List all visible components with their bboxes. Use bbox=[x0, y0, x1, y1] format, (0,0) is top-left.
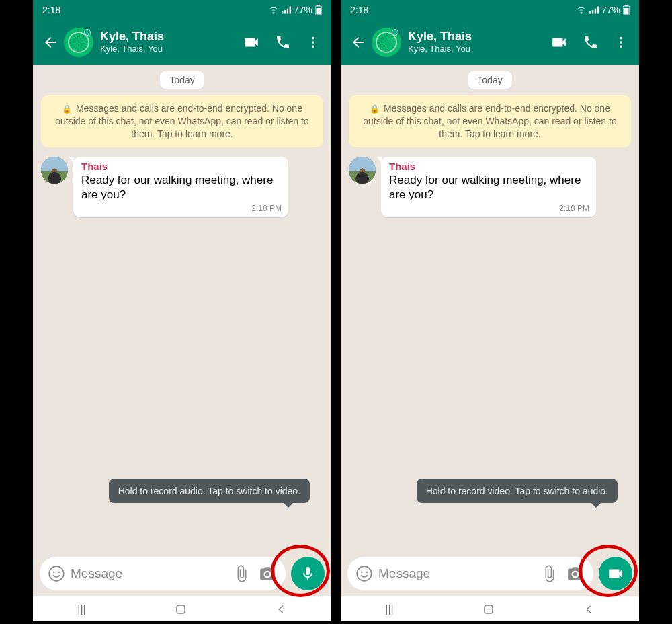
message-text: Ready for our walking meeting, where are… bbox=[389, 173, 589, 202]
status-right: 77% bbox=[268, 5, 322, 15]
battery-icon bbox=[315, 5, 322, 15]
header-title-block[interactable]: Kyle, Thais Kyle, Thais, You bbox=[401, 30, 548, 54]
sender-avatar[interactable] bbox=[41, 157, 68, 184]
nav-back-icon[interactable] bbox=[584, 604, 595, 615]
sender-name: Thais bbox=[81, 161, 282, 172]
chat-subtitle: Kyle, Thais, You bbox=[408, 44, 548, 54]
message-time: 2:18 PM bbox=[81, 204, 282, 213]
svg-point-3 bbox=[312, 37, 314, 40]
signal-icon bbox=[282, 6, 291, 14]
more-menu-icon[interactable] bbox=[614, 35, 628, 50]
camera-icon[interactable] bbox=[255, 565, 280, 582]
record-button[interactable] bbox=[291, 557, 325, 590]
group-avatar[interactable] bbox=[64, 28, 93, 57]
chat-title: Kyle, Thais bbox=[408, 30, 548, 44]
sender-avatar[interactable] bbox=[349, 157, 376, 184]
attach-icon[interactable] bbox=[229, 565, 255, 582]
status-time: 2:18 bbox=[42, 5, 60, 15]
voice-call-icon[interactable] bbox=[275, 34, 291, 50]
record-tooltip: Hold to record video. Tap to switch to a… bbox=[417, 479, 618, 503]
input-bar: Message bbox=[341, 551, 639, 596]
svg-rect-19 bbox=[485, 605, 493, 613]
status-time: 2:18 bbox=[350, 5, 368, 15]
video-call-icon[interactable] bbox=[550, 34, 568, 51]
svg-point-8 bbox=[58, 571, 60, 573]
nav-home-icon[interactable] bbox=[482, 603, 495, 615]
nav-recents-icon[interactable]: ||| bbox=[385, 603, 393, 615]
encryption-text: Messages and calls are end-to-end encryp… bbox=[55, 103, 308, 139]
svg-point-17 bbox=[361, 571, 363, 573]
chat-subtitle: Kyle, Thais, You bbox=[100, 44, 240, 54]
system-nav: ||| bbox=[341, 596, 639, 621]
group-avatar[interactable] bbox=[372, 28, 401, 57]
svg-point-4 bbox=[312, 41, 314, 44]
signal-icon bbox=[589, 6, 599, 14]
voice-call-icon[interactable] bbox=[583, 34, 599, 50]
nav-back-icon[interactable] bbox=[276, 604, 287, 615]
svg-point-15 bbox=[620, 46, 622, 48]
phone-left: 2:18 77% Kyle, Thais Kyle, Thais, You bbox=[33, 0, 331, 621]
svg-point-18 bbox=[366, 571, 368, 573]
message-time: 2:18 PM bbox=[389, 204, 589, 213]
message-placeholder: Message bbox=[71, 566, 229, 581]
chat-header: Kyle, Thais Kyle, Thais, You bbox=[33, 20, 331, 65]
input-bar: Message bbox=[33, 551, 331, 596]
video-icon bbox=[607, 565, 624, 582]
date-chip: Today bbox=[468, 71, 511, 89]
lock-icon: 🔒 bbox=[62, 104, 72, 114]
more-menu-icon[interactable] bbox=[306, 35, 321, 50]
emoji-icon[interactable] bbox=[48, 565, 65, 582]
date-chip: Today bbox=[160, 71, 204, 89]
encryption-text: Messages and calls are end-to-end encryp… bbox=[363, 103, 616, 139]
status-bar: 2:18 77% bbox=[33, 0, 331, 20]
system-nav: ||| bbox=[33, 596, 331, 621]
svg-rect-9 bbox=[177, 605, 185, 613]
video-call-icon[interactable] bbox=[243, 34, 260, 51]
record-tooltip: Hold to record audio. Tap to switch to v… bbox=[109, 479, 310, 503]
encryption-notice[interactable]: 🔒 Messages and calls are end-to-end encr… bbox=[349, 95, 631, 147]
back-button[interactable] bbox=[38, 30, 62, 54]
status-right: 77% bbox=[576, 5, 630, 15]
chat-body: Today 🔒 Messages and calls are end-to-en… bbox=[341, 65, 639, 551]
message-bubble[interactable]: Thais Ready for our walking meeting, whe… bbox=[73, 157, 288, 217]
svg-rect-2 bbox=[317, 8, 321, 15]
header-title-block[interactable]: Kyle, Thais Kyle, Thais, You bbox=[93, 30, 240, 54]
lock-icon: 🔒 bbox=[370, 104, 380, 114]
chat-body: Today 🔒 Messages and calls are end-to-en… bbox=[33, 65, 331, 551]
svg-point-6 bbox=[49, 566, 64, 581]
camera-icon[interactable] bbox=[562, 565, 588, 582]
back-button[interactable] bbox=[346, 30, 370, 54]
battery-text: 77% bbox=[601, 5, 620, 15]
svg-point-5 bbox=[312, 46, 314, 48]
message-bubble[interactable]: Thais Ready for our walking meeting, whe… bbox=[381, 157, 596, 217]
emoji-icon[interactable] bbox=[355, 565, 373, 582]
nav-recents-icon[interactable]: ||| bbox=[77, 603, 85, 615]
attach-icon[interactable] bbox=[537, 565, 562, 582]
message-row: Thais Ready for our walking meeting, whe… bbox=[41, 157, 323, 217]
message-input[interactable]: Message bbox=[40, 557, 286, 590]
encryption-notice[interactable]: 🔒 Messages and calls are end-to-end encr… bbox=[41, 95, 323, 147]
svg-rect-12 bbox=[624, 8, 629, 15]
battery-icon bbox=[623, 5, 630, 15]
wifi-icon bbox=[576, 6, 587, 14]
message-row: Thais Ready for our walking meeting, whe… bbox=[349, 157, 631, 217]
phone-right: 2:18 77% Kyle, Thais Kyle, Thais, You bbox=[341, 0, 639, 621]
message-placeholder: Message bbox=[378, 566, 537, 581]
svg-point-13 bbox=[620, 37, 622, 40]
message-input[interactable]: Message bbox=[347, 557, 593, 590]
sender-name: Thais bbox=[389, 161, 589, 172]
mic-icon bbox=[300, 566, 316, 582]
chat-header: Kyle, Thais Kyle, Thais, You bbox=[341, 20, 639, 65]
svg-point-14 bbox=[620, 41, 622, 44]
status-bar: 2:18 77% bbox=[341, 0, 639, 20]
nav-home-icon[interactable] bbox=[175, 603, 187, 615]
chat-title: Kyle, Thais bbox=[100, 30, 240, 44]
battery-text: 77% bbox=[294, 5, 312, 15]
svg-point-16 bbox=[357, 566, 372, 581]
message-text: Ready for our walking meeting, where are… bbox=[81, 173, 282, 202]
svg-point-7 bbox=[53, 571, 55, 573]
record-button[interactable] bbox=[599, 557, 632, 590]
wifi-icon bbox=[268, 6, 279, 14]
